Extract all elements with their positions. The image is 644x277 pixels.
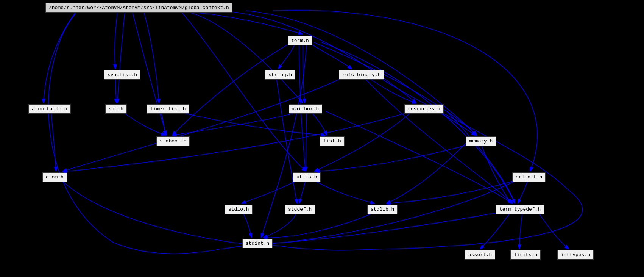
refc-binary-node: refc_binary.h bbox=[339, 70, 384, 80]
atom-table-node: atom_table.h bbox=[28, 104, 71, 114]
globalcontext-node: /home/runner/work/AtomVM/AtomVM/src/libA… bbox=[45, 3, 232, 13]
stdint-node: stdint.h bbox=[242, 239, 273, 248]
term-typedef-node: term_typedef.h bbox=[496, 205, 544, 214]
term-node: term.h bbox=[288, 36, 312, 45]
timer-list-node: timer_list.h bbox=[147, 104, 189, 114]
stdlib-node: stdlib.h bbox=[367, 205, 398, 214]
atom-node: atom.h bbox=[42, 172, 67, 182]
erl-nif-node: erl_nif.h bbox=[512, 172, 546, 182]
stdio-node: stdio.h bbox=[225, 205, 253, 214]
stdbool-node: stdbool.h bbox=[156, 136, 190, 146]
smp-node: smp.h bbox=[105, 104, 127, 114]
mailbox-node: mailbox.h bbox=[289, 104, 322, 114]
memory-node: memory.h bbox=[466, 136, 496, 146]
limits-node: limits.h bbox=[510, 250, 541, 260]
resources-node: resources.h bbox=[404, 104, 444, 114]
utils-node: utils.h bbox=[293, 172, 321, 182]
assert-node: assert.h bbox=[465, 250, 495, 260]
string-node: string.h bbox=[265, 70, 295, 80]
stddef-node: stddef.h bbox=[285, 205, 315, 214]
inttypes-node: inttypes.h bbox=[557, 250, 594, 260]
synclist-node: synclist.h bbox=[104, 70, 140, 80]
list-node: list.h bbox=[320, 136, 345, 146]
